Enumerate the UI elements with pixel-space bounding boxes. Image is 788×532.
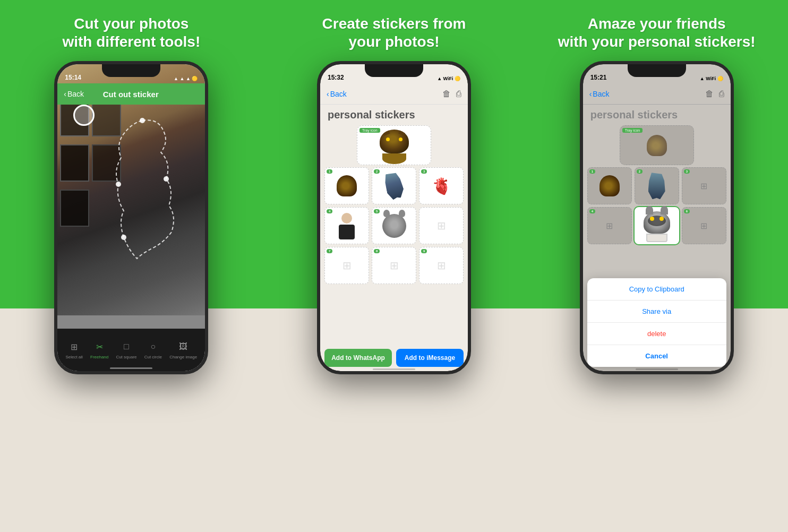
- phone-3-container: 15:21 ▲ WiFi 🟡 ‹ Back 🗑 ⎙ personal stick…: [572, 61, 742, 532]
- nav-bar-2: ‹ Back 🗑 ⎙: [320, 83, 468, 105]
- phone-1: 15:14 ▲ ▲ ▲ 🟡 ‹ Back Cut out sticker ⊞ S…: [54, 61, 208, 374]
- sticker-cell-3-3[interactable]: 3 ⊞: [682, 167, 726, 204]
- status-icons-2: ▲ WiFi 🟡: [437, 76, 460, 81]
- cell-number-2: 2: [374, 169, 380, 174]
- panel-1-title: Cut your photos with different tools!: [46, 0, 216, 56]
- status-time-2: 15:32: [328, 74, 344, 81]
- stickers-content-3: personal stickers Tray icon 1: [583, 105, 731, 371]
- sticker-cell-raccoon[interactable]: [635, 207, 679, 244]
- notch-1: [102, 64, 160, 77]
- add-to-whatsapp-button[interactable]: Add to WhatsApp: [324, 349, 392, 367]
- empty-cell-8: ⊞: [390, 259, 399, 272]
- tray-badge-3: Tray icon: [622, 128, 643, 133]
- cut-circle-icon: ○: [147, 340, 159, 353]
- stickers-row-1: 1 2 3 🫀: [320, 167, 468, 204]
- empty-cell-9: ⊞: [437, 259, 446, 272]
- heart-sticker: 🫀: [432, 177, 451, 195]
- add-to-imessage-button[interactable]: Add to iMessage: [396, 349, 464, 367]
- sticker-cell-5[interactable]: 5: [372, 207, 416, 244]
- change-image-icon: 🖼: [177, 340, 190, 353]
- tool-select-all[interactable]: ⊞ Select all: [65, 340, 82, 359]
- stickers-title-2: personal stickers: [320, 105, 468, 125]
- sticker-cell-8[interactable]: 8 ⊞: [372, 247, 416, 284]
- phone-2-container: 15:32 ▲ WiFi 🟡 ‹ Back 🗑 ⎙ personal stick…: [309, 61, 479, 532]
- share-icon-3[interactable]: ⎙: [719, 89, 724, 99]
- nav-bar-1: ‹ Back Cut out sticker: [57, 83, 205, 105]
- phone-3-screen: 15:21 ▲ WiFi 🟡 ‹ Back 🗑 ⎙ personal stick…: [583, 64, 731, 371]
- panel-cut-photos: Cut your photos with different tools!: [0, 0, 263, 532]
- tool-cut-square[interactable]: □ Cut square: [116, 340, 136, 359]
- toolbar-1: ⊞ Select all ✂ Freehand □ Cut square ○ C…: [57, 329, 205, 371]
- empty-cell-7: ⊞: [342, 259, 352, 272]
- nav-back-2[interactable]: ‹ Back: [327, 90, 347, 98]
- panel-3-title: Amaze your friends with your personal st…: [542, 0, 772, 56]
- panel-create-stickers: Create stickers from your photos! 15:32 …: [263, 0, 526, 532]
- share-via-item[interactable]: Share via: [587, 301, 726, 323]
- tray-cell-main: Tray icon: [357, 125, 431, 165]
- tray-cell-3: Tray icon: [620, 125, 694, 165]
- phone-2: 15:32 ▲ WiFi 🟡 ‹ Back 🗑 ⎙ personal stick…: [317, 61, 471, 374]
- nav-bar-3: ‹ Back 🗑 ⎙: [583, 83, 731, 105]
- nav-back-1[interactable]: ‹ Back: [64, 90, 84, 98]
- cell-number-7: 7: [327, 249, 332, 253]
- svg-point-3: [116, 182, 121, 187]
- cell-number-4: 4: [327, 209, 332, 213]
- cell-number-5: 5: [374, 209, 380, 213]
- stickers-title-3: personal stickers: [583, 105, 731, 125]
- copy-to-clipboard-item[interactable]: Copy to Clipboard: [587, 278, 726, 301]
- cell-number-9: 9: [421, 249, 427, 253]
- phone-2-screen: 15:32 ▲ WiFi 🟡 ‹ Back 🗑 ⎙ personal stick…: [320, 64, 468, 371]
- cut-square-icon: □: [120, 340, 133, 353]
- sticker-cell-4[interactable]: 4: [324, 207, 369, 244]
- freehand-icon: ✂: [93, 340, 106, 353]
- sticker-cell-3[interactable]: 3 🫀: [419, 167, 464, 204]
- sticker-cell-3-1[interactable]: 1: [587, 167, 632, 204]
- sticker-cell-3-6[interactable]: 6 ⊞: [682, 207, 726, 244]
- phone-1-container: 15:14 ▲ ▲ ▲ 🟡 ‹ Back Cut out sticker ⊞ S…: [46, 61, 216, 532]
- sticker-cell-2[interactable]: 2: [372, 167, 416, 204]
- cancel-item[interactable]: Cancel: [587, 345, 726, 367]
- delete-item[interactable]: delete: [587, 323, 726, 345]
- stickers-row-2: 4 5: [320, 207, 468, 244]
- tool-cut-circle[interactable]: ○ Cut circle: [144, 340, 162, 359]
- share-icon-2[interactable]: ⎙: [456, 89, 461, 99]
- sticker-cell-3-2[interactable]: 2: [635, 167, 679, 204]
- cell-number-1: 1: [327, 169, 332, 174]
- sticker-cell-1[interactable]: 1: [324, 167, 369, 204]
- status-time-1: 15:14: [65, 74, 81, 81]
- sticker-wolf-main: [380, 130, 409, 161]
- stickers-content-2: personal stickers Tray icon: [320, 105, 468, 345]
- phone-3: 15:21 ▲ WiFi 🟡 ‹ Back 🗑 ⎙ personal stick…: [580, 61, 734, 374]
- svg-point-1: [164, 176, 169, 182]
- empty-cell-6: ⊞: [437, 219, 446, 232]
- svg-point-0: [140, 118, 145, 123]
- panel-2-title: Create stickers from your photos!: [306, 0, 482, 56]
- tool-change-image[interactable]: 🖼 Change image: [169, 340, 197, 359]
- notch-2: [365, 64, 423, 77]
- status-time-3: 15:21: [590, 74, 607, 81]
- sticker-cell-6[interactable]: ⊞: [419, 207, 464, 244]
- trash-icon-2[interactable]: 🗑: [442, 89, 451, 99]
- context-menu: Copy to Clipboard Share via delete Cance…: [587, 278, 726, 367]
- sticker-cell-3-4[interactable]: 4 ⊞: [587, 207, 632, 244]
- status-icons-3: ▲ WiFi 🟡: [700, 76, 723, 81]
- select-all-icon: ⊞: [68, 340, 81, 353]
- trash-icon-3[interactable]: 🗑: [705, 89, 714, 99]
- stickers-row-3: 7 ⊞ 8 ⊞ 9 ⊞: [320, 247, 468, 284]
- nav-back-3[interactable]: ‹ Back: [589, 90, 610, 98]
- cell-number-8: 8: [374, 249, 380, 253]
- status-icons-1: ▲ ▲ ▲ 🟡: [174, 76, 198, 81]
- nav-title-1: Cut out sticker: [84, 90, 177, 99]
- panel-amaze-friends: Amaze your friends with your personal st…: [525, 0, 788, 532]
- phone-1-screen: 15:14 ▲ ▲ ▲ 🟡 ‹ Back Cut out sticker ⊞ S…: [57, 64, 205, 371]
- cell-number-3: 3: [421, 169, 427, 174]
- sticker-cell-9[interactable]: 9 ⊞: [419, 247, 464, 284]
- sticker-cell-7[interactable]: 7 ⊞: [324, 247, 369, 284]
- tool-freehand[interactable]: ✂ Freehand: [90, 340, 108, 359]
- notch-3: [628, 64, 686, 77]
- tray-badge-2: Tray icon: [359, 128, 380, 133]
- svg-point-2: [121, 235, 126, 240]
- bottom-buttons-2: Add to WhatsApp Add to iMessage: [324, 349, 464, 367]
